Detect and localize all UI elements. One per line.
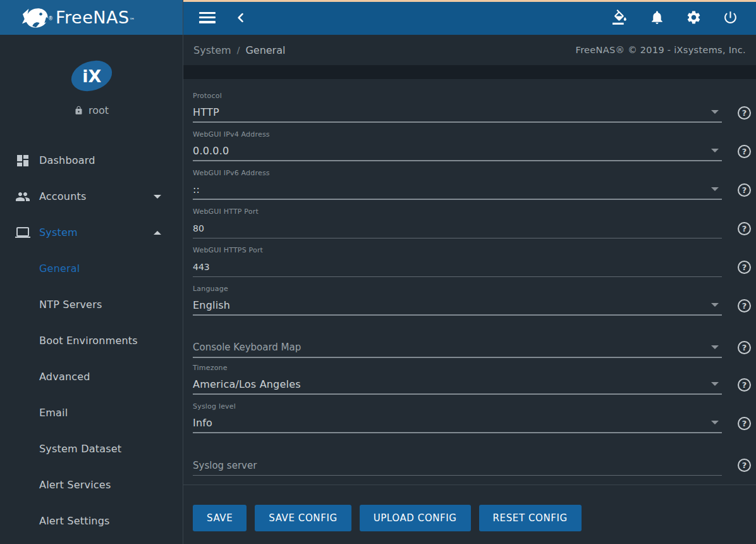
copyright-text: FreeNAS® © 2019 - iXsystems, Inc. <box>576 45 746 55</box>
field-console-keyboard-map: Console Keyboard Map ? <box>193 333 751 361</box>
syslog-level-select[interactable]: Info <box>193 413 722 433</box>
field-label: WebGUI IPv6 Address <box>193 169 751 180</box>
webgui-https-port-input[interactable] <box>193 262 722 272</box>
sidebar-item-dashboard[interactable]: Dashboard <box>0 142 183 178</box>
collapse-sidebar-icon[interactable] <box>235 11 247 24</box>
field-webgui-ipv6: WebGUI IPv6 Address :: ? <box>193 166 751 205</box>
sidebar-item-boot-environments[interactable]: Boot Environments <box>0 323 183 359</box>
field-webgui-http-port: WebGUI HTTP Port ? <box>193 205 751 244</box>
sidebar-item-system[interactable]: System <box>0 214 183 250</box>
registered-mark: ® <box>48 16 53 22</box>
help-icon[interactable]: ? <box>738 222 751 235</box>
field-label: Language <box>193 285 751 295</box>
webgui-ipv6-select[interactable]: :: <box>193 180 722 200</box>
avatar-text: iX <box>82 66 101 85</box>
sidebar-menu: Dashboard Accounts System General N <box>0 142 183 544</box>
settings-gear-icon[interactable] <box>686 9 702 25</box>
help-icon[interactable]: ? <box>738 106 751 120</box>
field-label: Protocol <box>193 92 751 102</box>
sidebar-item-general[interactable]: General <box>0 250 183 287</box>
field-syslog-level: Syslog level Info ? <box>193 400 751 438</box>
chevron-down-icon <box>711 345 719 349</box>
reset-config-button[interactable]: RESET CONFIG <box>479 505 582 531</box>
chevron-down-icon <box>711 303 719 307</box>
people-icon <box>15 189 30 204</box>
app-window: ® FreeNAS™ iX root Dashboard <box>0 0 756 544</box>
https-port-control <box>193 257 722 277</box>
sidebar-item-alert-settings[interactable]: Alert Settings <box>0 503 183 539</box>
field-label: WebGUI HTTP Port <box>193 207 751 218</box>
breadcrumb-separator: / <box>237 45 240 55</box>
chevron-down-icon <box>711 421 719 424</box>
field-protocol: Protocol HTTP ? <box>193 89 751 128</box>
http-port-control <box>193 218 722 238</box>
brand-logo[interactable]: ® FreeNAS™ <box>0 0 183 35</box>
help-icon[interactable]: ? <box>738 459 751 472</box>
general-settings-card: Protocol HTTP ? WebGUI IPv4 Address 0.0.… <box>183 79 756 544</box>
sidebar-item-accounts[interactable]: Accounts <box>0 178 183 214</box>
protocol-select[interactable]: HTTP <box>193 102 722 123</box>
freenas-shark-icon <box>19 4 51 31</box>
sidebar-item-advanced[interactable]: Advanced <box>0 359 183 395</box>
main-area: System / General FreeNAS® © 2019 - iXsys… <box>183 0 756 544</box>
breadcrumb: System / General FreeNAS® © 2019 - iXsys… <box>183 35 756 65</box>
save-button[interactable]: SAVE <box>193 505 247 531</box>
menu-icon[interactable] <box>199 12 216 23</box>
field-label: Timezone <box>193 364 751 374</box>
username: root <box>88 104 109 116</box>
field-label: WebGUI HTTPS Port <box>193 246 751 257</box>
webgui-http-port-input[interactable] <box>193 223 722 233</box>
field-syslog-server: ? <box>193 450 751 479</box>
timezone-select[interactable]: America/Los Angeles <box>193 374 722 395</box>
logged-in-user: root <box>74 104 109 116</box>
breadcrumb-system[interactable]: System <box>193 44 231 56</box>
chevron-down-icon <box>154 195 161 199</box>
chevron-down-icon <box>711 187 719 191</box>
chevron-up-icon <box>154 231 161 235</box>
content-area: Protocol HTTP ? WebGUI IPv4 Address 0.0.… <box>183 65 756 544</box>
syslog-server-control <box>193 455 722 476</box>
user-panel: iX root <box>0 35 183 142</box>
help-icon[interactable]: ? <box>738 145 751 158</box>
laptop-icon <box>15 225 30 240</box>
help-icon[interactable]: ? <box>738 417 751 430</box>
help-icon[interactable]: ? <box>738 299 751 312</box>
help-icon[interactable]: ? <box>738 261 751 274</box>
chevron-down-icon <box>711 382 719 386</box>
notifications-bell-icon[interactable] <box>649 9 665 25</box>
sidebar-item-alert-services[interactable]: Alert Services <box>0 467 183 503</box>
syslog-server-input[interactable] <box>193 461 722 471</box>
help-icon[interactable]: ? <box>738 378 751 392</box>
chevron-down-icon <box>711 110 719 114</box>
sidebar: ® FreeNAS™ iX root Dashboard <box>0 0 183 544</box>
language-select[interactable]: English <box>193 295 722 316</box>
chevron-down-icon <box>711 149 719 152</box>
help-icon[interactable]: ? <box>738 183 751 197</box>
avatar[interactable]: iX <box>67 55 116 96</box>
field-timezone: Timezone America/Los Angeles ? <box>193 361 751 400</box>
topbar-actions <box>613 9 738 25</box>
form-actions: SAVE SAVE CONFIG UPLOAD CONFIG RESET CON… <box>183 485 756 544</box>
field-label: Syslog level <box>193 402 751 413</box>
breadcrumb-general: General <box>245 44 285 56</box>
dashboard-icon <box>15 153 30 168</box>
webgui-ipv4-select[interactable]: 0.0.0.0 <box>193 141 722 161</box>
sidebar-item-system-dataset[interactable]: System Dataset <box>0 431 183 467</box>
help-icon[interactable]: ? <box>738 341 751 354</box>
lock-icon <box>74 106 83 115</box>
field-webgui-https-port: WebGUI HTTPS Port ? <box>193 244 751 282</box>
brand-name: FreeNAS <box>56 8 130 27</box>
theme-paint-bucket-icon[interactable] <box>613 9 628 25</box>
sidebar-item-ntp-servers[interactable]: NTP Servers <box>0 287 183 323</box>
field-webgui-ipv4: WebGUI IPv4 Address 0.0.0.0 ? <box>193 128 751 166</box>
field-language: Language English ? <box>193 282 751 321</box>
console-keyboard-map-select[interactable]: Console Keyboard Map <box>193 338 722 358</box>
power-icon[interactable] <box>722 9 738 25</box>
field-label: WebGUI IPv4 Address <box>193 130 751 141</box>
topbar <box>183 0 756 35</box>
progress-bar <box>183 0 756 2</box>
upload-config-button[interactable]: UPLOAD CONFIG <box>360 505 471 531</box>
save-config-button[interactable]: SAVE CONFIG <box>255 505 351 531</box>
sidebar-item-email[interactable]: Email <box>0 395 183 431</box>
trademark: ™ <box>130 17 135 23</box>
